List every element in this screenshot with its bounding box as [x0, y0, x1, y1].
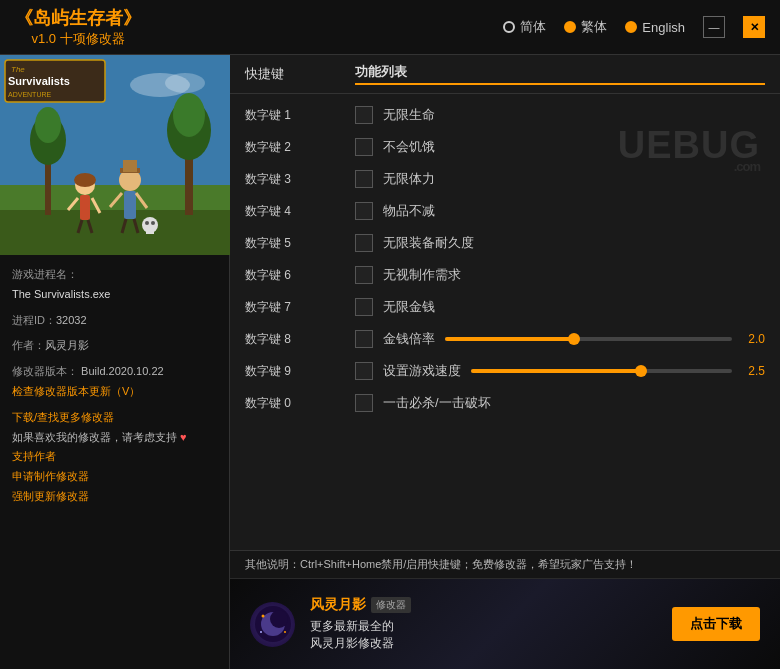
slider-value: 2.0	[740, 332, 765, 346]
download-link-section[interactable]: 下载/查找更多修改器	[12, 408, 217, 428]
feature-row: 数字键 8金钱倍率2.0	[230, 323, 780, 355]
radio-simplified	[503, 21, 515, 33]
feature-key: 数字键 7	[245, 299, 355, 316]
feature-key: 数字键 8	[245, 331, 355, 348]
title-left: 《岛屿生存者》 v1.0 十项修改器	[15, 6, 141, 48]
force-update-anchor[interactable]: 强制更新修改器	[12, 490, 89, 502]
slider-container: 2.0	[445, 332, 765, 346]
svg-point-37	[261, 615, 264, 618]
feature-row: 数字键 5无限装备耐久度	[230, 227, 780, 259]
author-label: 作者：	[12, 339, 45, 351]
feature-checkbox[interactable]	[355, 362, 373, 380]
col-features-header: 功能列表	[355, 63, 765, 85]
slider-value: 2.5	[740, 364, 765, 378]
title-right: 简体 繁体 English — ✕	[503, 16, 765, 38]
feature-checkbox[interactable]	[355, 234, 373, 252]
lang-simplified[interactable]: 简体	[503, 18, 546, 36]
process-label: 游戏进程名：	[12, 268, 78, 280]
moon-logo-icon	[250, 602, 295, 647]
feature-checkbox[interactable]	[355, 298, 373, 316]
title-bar: 《岛屿生存者》 v1.0 十项修改器 简体 繁体 English — ✕	[0, 0, 780, 55]
feature-checkbox[interactable]	[355, 394, 373, 412]
right-panel: 快捷键 功能列表 UEBUG .com 数字键 1无限生命数字键 2不会饥饿数字…	[230, 55, 780, 669]
ad-brand-name: 风灵月影	[310, 596, 366, 614]
column-headers: 快捷键 功能列表	[230, 55, 780, 94]
svg-point-38	[284, 631, 286, 633]
svg-point-3	[165, 73, 205, 93]
download-link-anchor[interactable]: 下载/查找更多修改器	[12, 411, 114, 423]
feature-key: 数字键 0	[245, 395, 355, 412]
request-trainer-link[interactable]: 申请制作修改器	[12, 467, 217, 487]
left-info: 游戏进程名： The Survivalists.exe 进程ID：32032 作…	[0, 255, 229, 669]
svg-point-39	[260, 631, 262, 633]
feature-checkbox[interactable]	[355, 266, 373, 284]
radio-english	[625, 21, 637, 33]
request-trainer-anchor[interactable]: 申请制作修改器	[12, 470, 89, 482]
feature-label: 无限生命	[383, 106, 765, 124]
feature-key: 数字键 3	[245, 171, 355, 188]
feature-row: 数字键 1无限生命	[230, 99, 780, 131]
minimize-button[interactable]: —	[703, 16, 725, 38]
ad-logo-area	[250, 602, 295, 647]
check-update-link[interactable]: 检查修改器版本更新（V）	[12, 382, 217, 402]
process-id-value: 32032	[56, 314, 87, 326]
process-name-value: The Survivalists.exe	[12, 285, 217, 305]
col-shortcut-header: 快捷键	[245, 65, 355, 83]
support-msg-section: 如果喜欢我的修改器，请考虑支持 ♥	[12, 428, 217, 448]
svg-text:ADVENTURE: ADVENTURE	[8, 91, 52, 98]
feature-row: 数字键 9设置游戏速度2.5	[230, 355, 780, 387]
check-update-anchor[interactable]: 检查修改器版本更新（V）	[12, 385, 140, 397]
process-name-label: 游戏进程名：	[12, 265, 217, 285]
bottom-area: 其他说明：Ctrl+Shift+Home禁用/启用快捷键；免费修改器，希望玩家广…	[230, 550, 780, 669]
lang-english-label: English	[642, 20, 685, 35]
feature-row: 数字键 6无视制作需求	[230, 259, 780, 291]
svg-text:Survivalists: Survivalists	[8, 75, 70, 87]
feature-row: 数字键 3无限体力	[230, 163, 780, 195]
version-value: Build.2020.10.22	[81, 365, 164, 377]
svg-rect-19	[124, 191, 136, 219]
svg-point-17	[74, 173, 96, 187]
slider-track[interactable]	[471, 369, 732, 373]
svg-point-10	[35, 107, 61, 143]
lang-traditional-label: 繁体	[581, 18, 607, 36]
left-panel: The Survivalists ADVENTURE 游戏进程名： The Su…	[0, 55, 230, 669]
slider-track[interactable]	[445, 337, 732, 341]
version-label: 修改器版本：	[12, 365, 78, 377]
author-value: 风灵月影	[45, 339, 89, 351]
support-author-link[interactable]: 支持作者	[12, 447, 217, 467]
force-update-link[interactable]: 强制更新修改器	[12, 487, 217, 507]
feature-checkbox[interactable]	[355, 202, 373, 220]
svg-point-29	[151, 221, 155, 225]
slider-fill	[445, 337, 574, 341]
ad-download-button[interactable]: 点击下载	[672, 607, 760, 641]
ad-tagline-1: 更多最新最全的	[310, 618, 657, 635]
svg-point-28	[145, 221, 149, 225]
feature-key: 数字键 6	[245, 267, 355, 284]
feature-row: 数字键 7无限金钱	[230, 291, 780, 323]
lang-traditional[interactable]: 繁体	[564, 18, 607, 36]
feature-checkbox[interactable]	[355, 330, 373, 348]
game-title: 《岛屿生存者》	[15, 6, 141, 30]
feature-checkbox[interactable]	[355, 106, 373, 124]
ad-brand-tag: 修改器	[371, 597, 411, 613]
feature-row: 数字键 4物品不减	[230, 195, 780, 227]
feature-label: 设置游戏速度	[383, 362, 461, 380]
feature-label: 无限体力	[383, 170, 765, 188]
feature-checkbox[interactable]	[355, 138, 373, 156]
support-author-anchor[interactable]: 支持作者	[12, 450, 56, 462]
feature-checkbox[interactable]	[355, 170, 373, 188]
close-button[interactable]: ✕	[743, 16, 765, 38]
notice-bar: 其他说明：Ctrl+Shift+Home禁用/启用快捷键；免费修改器，希望玩家广…	[230, 551, 780, 579]
feature-key: 数字键 2	[245, 139, 355, 156]
ad-tagline-2: 风灵月影修改器	[310, 635, 657, 652]
slider-thumb[interactable]	[635, 365, 647, 377]
ad-brand: 风灵月影 修改器	[310, 596, 657, 614]
svg-rect-12	[80, 195, 90, 220]
lang-english[interactable]: English	[625, 20, 685, 35]
slider-thumb[interactable]	[568, 333, 580, 345]
features-list: UEBUG .com 数字键 1无限生命数字键 2不会饥饿数字键 3无限体力数字…	[230, 94, 780, 550]
game-cover: The Survivalists ADVENTURE	[0, 55, 230, 255]
feature-key: 数字键 9	[245, 363, 355, 380]
process-id-label: 进程ID：	[12, 314, 56, 326]
feature-key: 数字键 5	[245, 235, 355, 252]
